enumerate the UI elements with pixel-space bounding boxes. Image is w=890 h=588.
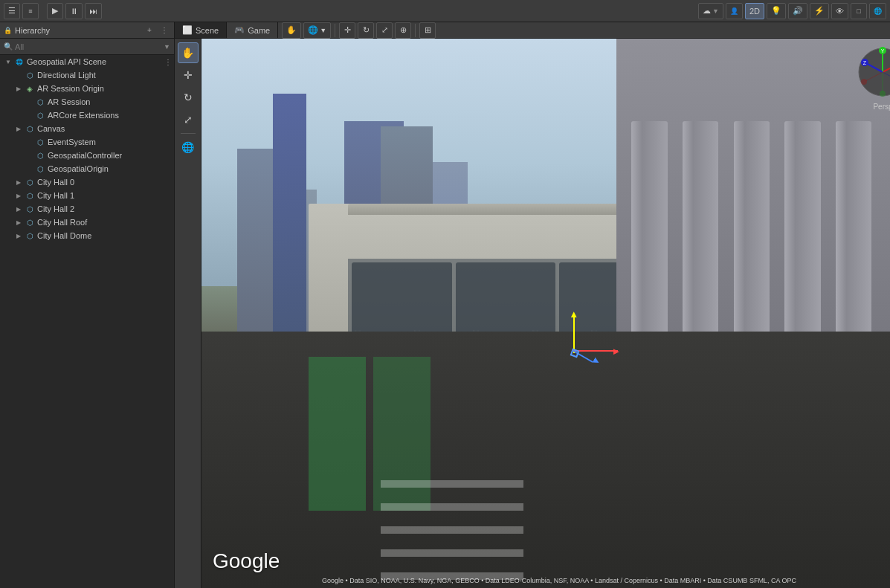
svg-text:Y: Y <box>881 48 885 54</box>
game-tab-label: Game <box>248 26 270 35</box>
main-toolbar: ☰ ≡ ▶ ⏸ ⏭ ☁ ▼ 👤 2D 💡 🔊 ⚡ 👁 □ 🌐 <box>0 0 890 22</box>
tab-scene[interactable]: ⬜ Scene <box>175 22 227 38</box>
hierarchy-search-bar: 🔍 ▼ <box>0 39 174 55</box>
hierarchy-more-button[interactable]: ⋮ <box>158 25 170 36</box>
list-item[interactable]: ▶ ◈ AR Session Origin <box>0 82 174 95</box>
audio-button[interactable]: 🔊 <box>788 3 807 19</box>
crosswalk-stripe <box>381 503 523 511</box>
game-tab-icon: 🎮 <box>234 25 245 35</box>
account-button[interactable]: 👤 <box>726 3 743 19</box>
ar-icon: ◈ <box>24 83 36 94</box>
list-item[interactable]: ▶ ⬡ City Hall Dome <box>0 229 174 242</box>
cube-icon: ⬡ <box>24 216 36 228</box>
lock-icon: 🔒 <box>4 27 12 34</box>
persp-label: Persp <box>855 101 890 112</box>
item-label: GeospatialOrigin <box>48 164 109 173</box>
nav-gizmo-container: X Y Z <box>855 45 890 100</box>
root-more-icon[interactable]: ⋮ <box>162 56 174 68</box>
list-item[interactable]: ⬡ EventSystem <box>0 135 174 149</box>
item-label: AR Session Origin <box>37 84 104 93</box>
svg-text:Z: Z <box>863 60 867 65</box>
crosswalk-stripe <box>381 549 523 557</box>
layers-button[interactable]: 🌐 <box>869 3 886 19</box>
item-label: City Hall 1 <box>37 191 74 200</box>
list-item[interactable]: ⬡ ARCore Extensions <box>0 109 174 122</box>
hierarchy-icon[interactable]: ≡ <box>22 3 39 19</box>
item-arrow-icon: ▶ <box>13 206 24 213</box>
list-item[interactable]: ⬡ AR Session <box>0 95 174 109</box>
app-container: ☰ ≡ ▶ ⏸ ⏭ ☁ ▼ 👤 2D 💡 🔊 ⚡ 👁 □ 🌐 🔒 Hierarc… <box>0 0 890 588</box>
nav-gizmo: X Y Z <box>855 45 890 100</box>
gizmo-y-axis <box>573 316 575 353</box>
move-tool-button[interactable]: ✛ <box>339 22 355 39</box>
move-crosshair-icon[interactable]: ✛ <box>178 65 199 85</box>
gizmo-x-axis <box>573 350 618 352</box>
list-item[interactable]: ▶ ⬡ City Hall 0 <box>0 175 174 189</box>
tab-game[interactable]: 🎮 Game <box>227 22 278 38</box>
scale-icon[interactable]: ⤢ <box>178 109 199 130</box>
list-item[interactable]: ▶ ⬡ City Hall Roof <box>0 216 174 229</box>
rotate-icon[interactable]: ↻ <box>178 87 199 108</box>
item-label: City Hall 2 <box>37 204 74 213</box>
item-label: EventSystem <box>48 138 96 146</box>
layout-button[interactable]: □ <box>851 3 867 19</box>
crosswalk-stripe <box>381 480 523 488</box>
hand-tool-icon[interactable]: ✋ <box>178 42 199 63</box>
rotate-tool-button[interactable]: ↻ <box>358 22 374 39</box>
gizmo-center <box>570 349 579 358</box>
root-icon: 🌐 <box>13 56 25 68</box>
list-item[interactable]: ▶ ⬡ City Hall 1 <box>0 189 174 202</box>
list-item[interactable]: ▶ ⬡ City Hall 2 <box>0 202 174 216</box>
persp-text: Persp <box>873 103 890 111</box>
cube-icon: ⬡ <box>24 230 36 242</box>
svg-point-0 <box>859 48 890 96</box>
transform-all-button[interactable]: ⊕ <box>395 22 411 39</box>
play-button[interactable]: ▶ <box>47 3 63 19</box>
svg-point-11 <box>861 79 867 85</box>
view-2d-button[interactable]: 2D <box>745 3 764 19</box>
attribution-text: Google • Data SIO, NOAA, U.S. Navy, NGA,… <box>322 577 796 584</box>
list-item[interactable]: ⬡ Directional Light <box>0 68 174 82</box>
list-item[interactable]: ⬡ GeospatialController <box>0 149 174 162</box>
toolbar-separator <box>181 133 196 134</box>
item-arrow-icon: ▶ <box>13 179 24 186</box>
scene-game-tabs: ⬜ Scene 🎮 Game ✋ 🌐▼ ✛ ↻ ⤢ ⊕ ⊞ <box>175 22 890 39</box>
hand-tool-button[interactable]: ✋ <box>282 22 301 39</box>
scene-viewport[interactable]: ✋ ✛ ↻ ⤢ 🌐 <box>175 39 890 588</box>
crosswalk <box>381 473 523 588</box>
light-button[interactable]: 💡 <box>767 3 786 19</box>
item-arrow-icon: ▶ <box>13 126 24 132</box>
hierarchy-title: Hierarchy <box>15 26 141 35</box>
item-label: ARCore Extensions <box>48 111 119 120</box>
item-arrow-icon: ▶ <box>13 219 24 226</box>
globe-icon[interactable]: 🌐 <box>178 137 199 158</box>
root-label: Geospatial API Scene <box>27 57 106 66</box>
menu-icon[interactable]: ☰ <box>4 3 20 19</box>
scene-3d-view: X Y Z <box>201 39 890 588</box>
cube-icon: ⬡ <box>24 190 36 201</box>
scale-tool-button[interactable]: ⤢ <box>376 22 393 39</box>
scene-left-toolbar: ✋ ✛ ↻ ⤢ 🌐 <box>175 39 201 588</box>
effects-button[interactable]: ⚡ <box>810 3 829 19</box>
hierarchy-add-button[interactable]: + <box>144 25 155 36</box>
hierarchy-root[interactable]: ▼ 🌐 Geospatial API Scene ⋮ <box>0 55 174 68</box>
visibility-button[interactable]: 👁 <box>831 3 848 19</box>
hierarchy-panel: 🔒 Hierarchy + ⋮ 🔍 ▼ ▼ 🌐 Geospatial API S… <box>0 22 175 588</box>
step-button[interactable]: ⏭ <box>85 3 102 19</box>
list-item[interactable]: ⬡ GeospatialOrigin <box>0 162 174 175</box>
collab-button[interactable]: ☁ ▼ <box>698 3 723 19</box>
crosswalk-stripe <box>381 526 523 534</box>
item-arrow-icon: ▶ <box>13 233 24 239</box>
main-area: 🔒 Hierarchy + ⋮ 🔍 ▼ ▼ 🌐 Geospatial API S… <box>0 22 890 588</box>
globe-tool-button[interactable]: 🌐▼ <box>303 22 331 39</box>
cube-icon: ⬡ <box>34 96 46 108</box>
cube-icon: ⬡ <box>34 163 46 175</box>
item-label: AR Session <box>48 97 90 106</box>
pause-button[interactable]: ⏸ <box>65 3 83 19</box>
cube-icon: ⬡ <box>24 69 36 81</box>
snap-button[interactable]: ⊞ <box>419 22 436 39</box>
hierarchy-search-input[interactable] <box>15 42 161 51</box>
item-arrow-icon: ▶ <box>13 85 24 92</box>
list-item[interactable]: ▶ ⬡ Canvas <box>0 122 174 135</box>
cube-icon: ⬡ <box>24 123 36 135</box>
